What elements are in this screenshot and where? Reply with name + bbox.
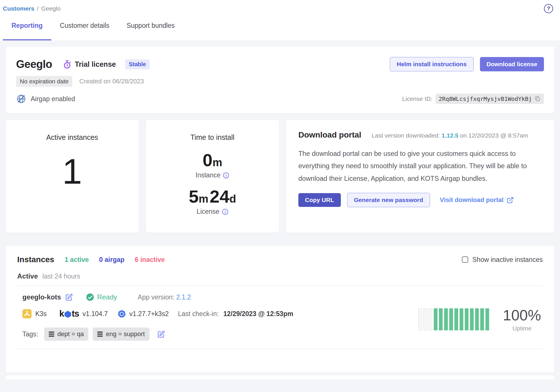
uptime-bar	[439, 308, 443, 330]
divider-top	[17, 285, 543, 286]
uptime-bar	[470, 308, 474, 330]
show-inactive-checkbox[interactable]	[462, 256, 468, 263]
license-install-number-2: 24	[210, 187, 230, 206]
active-instances-value: 1	[6, 154, 139, 189]
generate-new-password-button[interactable]: Generate new password	[347, 193, 430, 207]
last-version-downloaded: Last version downloaded: 1.12.5 on 12/20…	[372, 132, 528, 139]
airgap-label: Airgap enabled	[31, 95, 75, 103]
stats-row: Active instances 1 Time to install 0m In…	[6, 120, 554, 233]
last-checkin-label: Last check-in:	[178, 310, 219, 317]
visit-download-portal-link[interactable]: Visit download portal	[440, 196, 514, 204]
instance-status-label: Ready	[97, 293, 117, 301]
license-id-value: 2Rq8WLcsjfxqrMysjvB1WodYkBj	[439, 95, 532, 102]
help-icon[interactable]: ?	[544, 4, 553, 13]
license-id-row: License ID: 2Rq8WLcsjfxqrMysjvB1WodYkBj	[402, 94, 544, 104]
download-portal-actions: Copy URL Generate new password Visit dow…	[298, 193, 542, 207]
copy-url-button[interactable]: Copy URL	[298, 193, 341, 207]
customer-name: Geeglo	[16, 58, 52, 70]
visit-download-portal-label: Visit download portal	[440, 196, 503, 204]
airgap-globe-icon	[16, 94, 26, 104]
external-link-icon	[507, 197, 514, 204]
instance-install-label-row: Instance	[146, 171, 279, 179]
tag-label: dept = qa	[57, 330, 84, 338]
app-version: App version: 2.1.2	[138, 293, 191, 301]
active-group-subtitle: last 24 hours	[42, 273, 80, 280]
uptime-bar	[454, 308, 458, 330]
tag-lines-icon	[97, 332, 103, 337]
instances-title: Instances	[17, 255, 54, 264]
download-portal-description: The download portal can be used to give …	[298, 148, 542, 185]
license-install-number-1: 5	[189, 187, 199, 206]
uptime-label: Uptime	[503, 325, 541, 332]
license-card-top-row: Geeglo Trial license Stable Helm install…	[16, 57, 544, 71]
instances-card: Instances 1 active 0 airgap 6 inactive S…	[6, 246, 554, 373]
tag-label: eng = support	[106, 330, 145, 338]
expiration-badge: No expiration date	[16, 76, 72, 87]
instance-install-time: 0m	[146, 151, 279, 169]
download-portal-title: Download portal	[298, 130, 361, 140]
uptime-bar	[475, 308, 479, 330]
active-instances-card: Active instances 1	[6, 120, 139, 233]
instances-header: Instances 1 active 0 airgap 6 inactive S…	[17, 255, 543, 264]
last-version-suffix: on 12/20/2023 @ 8:57am	[460, 132, 528, 139]
license-info-icon[interactable]	[222, 209, 228, 215]
helm-install-instructions-button[interactable]: Helm install instructions	[390, 57, 474, 71]
uptime-bar	[460, 308, 463, 330]
airgap-status: Airgap enabled	[16, 94, 75, 104]
instance-status: Ready	[86, 293, 117, 301]
tag-pill[interactable]: dept = qa	[44, 328, 88, 341]
distribution-group: K3s	[22, 309, 47, 318]
inactive-count[interactable]: 6 inactive	[135, 256, 165, 264]
show-inactive-label: Show inactive instances	[472, 256, 543, 264]
tag-lines-icon	[49, 332, 54, 337]
license-install-label: License	[197, 208, 219, 215]
tab-customer-details[interactable]: Customer details	[51, 22, 118, 40]
license-card-buttons: Helm install instructions Download licen…	[390, 57, 544, 71]
kots-version-value: v1.104.7	[82, 310, 108, 318]
active-count[interactable]: 1 active	[65, 256, 89, 264]
uptime-summary: 100% Uptime	[503, 307, 541, 332]
edit-tags-icon[interactable]	[157, 330, 165, 338]
airgap-count[interactable]: 0 airgap	[99, 256, 125, 264]
instance-name[interactable]: geeglo-kots	[22, 293, 61, 301]
k3s-icon	[22, 309, 32, 318]
instance-row: geeglo-kots Ready App ve	[17, 293, 543, 341]
help-glyph: ?	[547, 5, 550, 12]
active-instances-title: Active instances	[6, 133, 139, 142]
download-license-button[interactable]: Download license	[480, 57, 544, 71]
license-card-bottom-row: Airgap enabled License ID: 2Rq8WLcsjfxqr…	[16, 94, 544, 104]
license-install-time: 5m 24d	[146, 188, 279, 205]
kubernetes-version-group: v1.27.7+k3s2	[118, 310, 169, 318]
next-card-sliver	[6, 375, 554, 379]
instance-install-label: Instance	[196, 171, 221, 179]
kubernetes-version-value: v1.27.7+k3s2	[129, 310, 169, 318]
tag-pill[interactable]: eng = support	[93, 328, 149, 341]
uptime-bar	[444, 308, 448, 330]
uptime-bar	[449, 308, 453, 330]
uptime-bar	[418, 308, 422, 330]
edit-instance-name-icon[interactable]	[65, 293, 73, 301]
tab-bar: Reporting Customer details Support bundl…	[3, 22, 553, 40]
last-version-link[interactable]: 1.12.5	[442, 132, 458, 139]
kots-logo-ts: ts	[72, 309, 79, 319]
kots-logo-o-icon	[65, 311, 71, 318]
uptime-bar	[465, 308, 468, 330]
time-to-install-title: Time to install	[146, 133, 279, 142]
download-portal-header: Download portal Last version downloaded:…	[298, 130, 542, 140]
license-install-label-row: License	[146, 208, 279, 215]
uptime-bar	[434, 308, 438, 330]
instance-versions-row: K3s kts v1.104.7	[22, 309, 418, 319]
breadcrumb-customers-link[interactable]: Customers	[3, 5, 34, 12]
last-version-prefix: Last version downloaded:	[372, 132, 440, 139]
instance-info-icon[interactable]	[223, 172, 229, 179]
channel-badge: Stable	[125, 59, 150, 69]
license-install-unit-2: d	[230, 193, 236, 205]
kubernetes-icon	[118, 310, 126, 318]
breadcrumb-separator: /	[37, 5, 39, 12]
instance-title-row: geeglo-kots Ready App ve	[22, 293, 418, 301]
tab-reporting[interactable]: Reporting	[3, 22, 51, 40]
tab-support-bundles[interactable]: Support bundles	[118, 22, 183, 40]
copy-icon[interactable]	[534, 96, 541, 102]
app-version-value[interactable]: 2.1.2	[176, 293, 191, 301]
license-card: Geeglo Trial license Stable Helm install…	[6, 47, 554, 113]
